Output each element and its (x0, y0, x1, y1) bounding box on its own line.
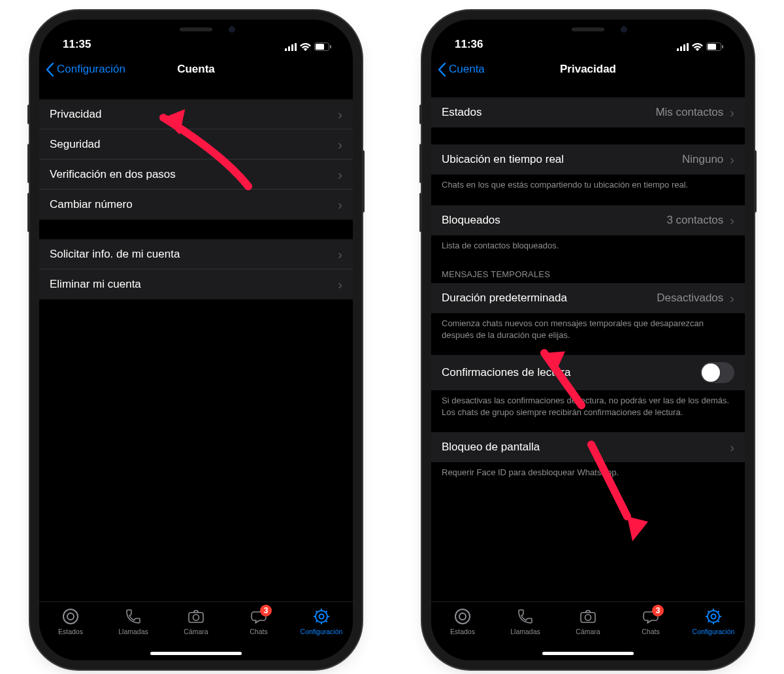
chevron-right-icon: › (730, 153, 734, 166)
svg-rect-2 (291, 44, 293, 51)
battery-icon (314, 42, 332, 51)
row-cambiar-numero[interactable]: Cambiar número› (39, 190, 353, 220)
svg-point-30 (459, 613, 466, 620)
home-indicator[interactable] (542, 652, 634, 655)
svg-rect-1 (288, 46, 290, 51)
svg-rect-24 (683, 44, 685, 51)
phone-left: 11:35 Configuración Cuenta Privacidad› S… (39, 20, 353, 660)
tab-estados[interactable]: Estados (436, 607, 489, 635)
status-indicators (285, 42, 332, 51)
nav-bar: Cuenta Privacidad (431, 52, 745, 86)
content: Estados Mis contactos › Ubicación en tie… (431, 86, 745, 601)
tab-camara[interactable]: Cámara (562, 607, 614, 635)
status-time: 11:36 (455, 38, 483, 51)
tab-chats[interactable]: 3 Chats (625, 607, 677, 635)
phone-icon (516, 607, 534, 626)
svg-rect-23 (680, 46, 682, 51)
svg-point-8 (67, 613, 74, 620)
chevron-right-icon: › (338, 198, 342, 211)
svg-line-20 (325, 611, 327, 613)
back-label: Cuenta (449, 63, 485, 76)
tab-chats[interactable]: 3 Chats (233, 607, 285, 635)
row-eliminar-cuenta[interactable]: Eliminar mi cuenta› (39, 269, 353, 299)
chats-badge: 3 (652, 605, 664, 616)
notch (523, 20, 653, 39)
svg-rect-28 (722, 45, 723, 48)
wifi-icon (692, 43, 703, 51)
footer-lectura: Si desactivas las confirmaciones de lect… (431, 390, 745, 418)
chevron-right-icon: › (338, 138, 342, 151)
tab-llamadas[interactable]: Llamadas (107, 607, 159, 635)
row-estados[interactable]: Estados Mis contactos › (431, 97, 745, 127)
tab-camara[interactable]: Cámara (170, 607, 222, 635)
cellular-icon (677, 43, 689, 51)
row-duracion[interactable]: Duración predeterminada Desactivados › (431, 283, 745, 313)
svg-line-19 (316, 620, 318, 622)
back-button[interactable]: Cuenta (438, 63, 485, 76)
svg-line-39 (708, 611, 710, 613)
footer-ubicacion: Chats en los que estás compartiendo tu u… (431, 175, 745, 191)
footer-bloqueo: Requerir Face ID para desbloquear WhatsA… (431, 462, 745, 479)
page-title: Cuenta (177, 63, 215, 76)
battery-icon (706, 42, 724, 51)
back-button[interactable]: Configuración (46, 63, 125, 76)
svg-point-34 (711, 615, 716, 619)
footer-duracion: Comienza chats nuevos con mensajes tempo… (431, 313, 745, 341)
svg-point-33 (708, 611, 719, 622)
svg-rect-6 (330, 45, 331, 48)
tab-llamadas[interactable]: Llamadas (499, 607, 551, 635)
chevron-right-icon: › (338, 278, 342, 291)
status-time: 11:35 (63, 38, 91, 51)
chevron-right-icon: › (730, 292, 734, 305)
row-ubicacion[interactable]: Ubicación en tiempo real Ninguno › (431, 144, 745, 175)
chevron-left-icon (438, 63, 446, 76)
svg-point-29 (455, 609, 470, 624)
chevron-right-icon: › (338, 248, 342, 261)
svg-point-12 (319, 615, 324, 619)
tab-configuracion[interactable]: Configuración (687, 607, 740, 635)
volume-down (27, 193, 30, 232)
row-bloqueo-pantalla[interactable]: Bloqueo de pantalla › (431, 432, 745, 462)
volume-up (27, 144, 30, 183)
row-verificacion[interactable]: Verificación en dos pasos› (39, 160, 353, 190)
svg-rect-3 (295, 43, 297, 51)
svg-point-7 (63, 609, 78, 624)
status-icon (61, 607, 80, 626)
nav-bar: Configuración Cuenta (39, 52, 353, 86)
chevron-left-icon (46, 63, 54, 76)
mute-switch (27, 105, 30, 124)
camera-icon (579, 607, 597, 626)
content: Privacidad› Seguridad› Verificación en d… (39, 86, 353, 601)
svg-point-32 (585, 615, 591, 620)
svg-line-41 (708, 620, 710, 622)
status-icon (453, 607, 472, 626)
gear-icon (704, 607, 723, 626)
camera-icon (187, 607, 205, 626)
svg-line-17 (316, 611, 318, 613)
row-privacidad[interactable]: Privacidad› (39, 99, 353, 129)
row-bloqueados[interactable]: Bloqueados 3 contactos › (431, 205, 745, 235)
volume-up (419, 144, 422, 183)
svg-rect-22 (677, 48, 679, 51)
row-confirmaciones-lectura[interactable]: Confirmaciones de lectura (431, 355, 745, 390)
chats-badge: 3 (260, 605, 272, 616)
read-receipts-toggle[interactable] (700, 362, 734, 383)
svg-rect-27 (708, 44, 716, 50)
wifi-icon (300, 43, 311, 51)
chevron-right-icon: › (338, 108, 342, 121)
power-button (362, 150, 365, 212)
svg-line-18 (325, 620, 327, 622)
phone-icon (124, 607, 142, 626)
row-seguridad[interactable]: Seguridad› (39, 129, 353, 160)
page-title: Privacidad (560, 63, 616, 76)
svg-line-42 (717, 611, 719, 613)
status-indicators (677, 42, 724, 51)
svg-rect-5 (316, 44, 324, 50)
mute-switch (419, 105, 422, 124)
home-indicator[interactable] (150, 652, 242, 655)
tab-estados[interactable]: Estados (44, 607, 97, 635)
volume-down (419, 193, 422, 232)
tab-configuracion[interactable]: Configuración (295, 607, 348, 635)
chevron-right-icon: › (730, 214, 734, 227)
row-solicitar-info[interactable]: Solicitar info. de mi cuenta› (39, 239, 353, 269)
